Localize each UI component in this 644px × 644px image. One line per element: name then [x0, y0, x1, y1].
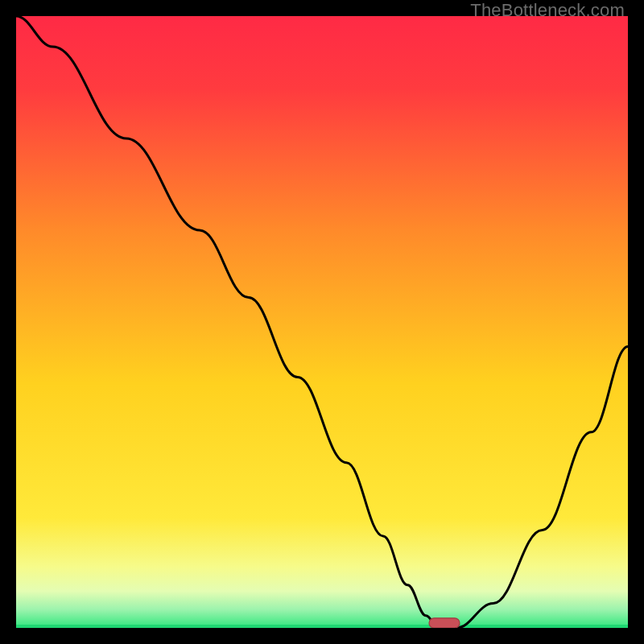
plot-area — [16, 16, 628, 628]
chart-svg — [16, 16, 628, 628]
gradient-background — [16, 16, 628, 628]
optimal-marker — [429, 618, 460, 628]
chart-container: TheBottleneck.com — [0, 0, 644, 644]
baseline-band — [16, 625, 628, 628]
